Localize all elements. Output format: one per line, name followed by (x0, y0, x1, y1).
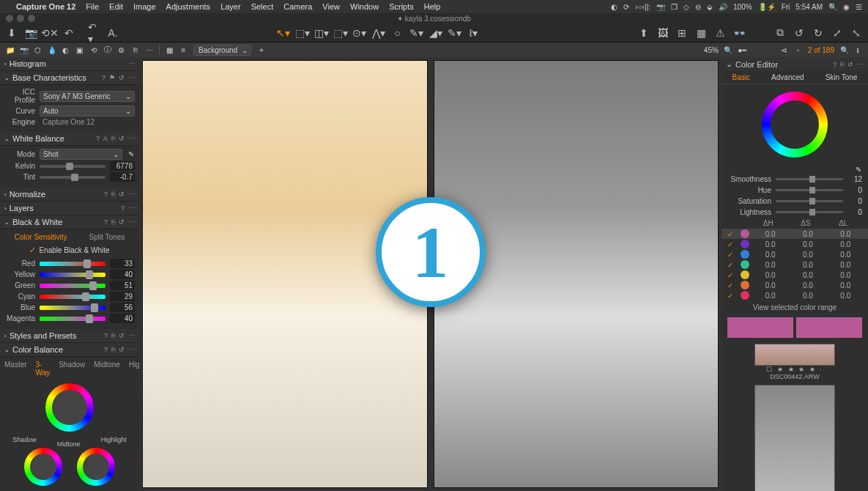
capture-icon[interactable]: 📷 (25, 27, 37, 39)
color-range-row[interactable]: ✓ 0.00.00.0 (722, 239, 868, 249)
cb-tab-master[interactable]: Master (4, 361, 27, 377)
menu-window[interactable]: Window (350, 2, 379, 11)
bw-red-slider[interactable] (40, 262, 105, 266)
cb-wheel-shadow[interactable] (24, 448, 62, 486)
bw-split-tones-tab[interactable]: Split Tones (89, 233, 125, 241)
ce-tab-skin[interactable]: Skin Tone (826, 73, 858, 81)
white-balance-header[interactable]: ⌄White Balance ?A⎘↺⋯ (0, 132, 139, 146)
crop-tool-icon[interactable]: ⬚▾ (335, 27, 346, 39)
base-char-header[interactable]: ⌄Base Characteristics ?⚑↺⋯ (0, 71, 139, 85)
color-editor-header[interactable]: ⌄Color Editor ?⎘↺⋯ (722, 57, 868, 71)
color-editor-wheel[interactable] (762, 92, 828, 158)
spotlight-icon[interactable]: 🔍 (828, 3, 837, 11)
view-mode-icon[interactable]: ▦ (166, 46, 174, 54)
ce-saturation-slider[interactable] (776, 200, 843, 202)
ce-smoothness-slider[interactable] (776, 178, 843, 180)
capture-tab-icon[interactable]: 📷 (20, 46, 28, 54)
bw-cyan-slider[interactable] (40, 295, 105, 299)
layers-header[interactable]: ›Layers ?⋯ (0, 202, 139, 215)
auto-adjust-icon[interactable]: A. (107, 27, 119, 39)
thumbnail-browser[interactable]: ☐ ★ ★ ★ ★ · DSC00442.ARW ☐ ★ ★ ★ ★ · DSC… (722, 341, 868, 491)
color-range-row[interactable]: ✓ 0.00.00.0 (722, 249, 868, 259)
bw-header[interactable]: ⌄Black & White ?⎘↺⋯ (0, 215, 139, 229)
redo-icon[interactable]: ↶ ▾ (88, 27, 100, 39)
tint-value[interactable]: -0.7 (110, 172, 135, 182)
curve-select[interactable]: Auto ⌄ (40, 106, 135, 117)
hand-tool-icon[interactable]: ⬚▾ (297, 27, 308, 39)
kelvin-value[interactable]: 6778 (110, 161, 135, 171)
details-tab-icon[interactable]: ▣ (75, 46, 84, 54)
notification-icon[interactable]: ☰ (856, 3, 862, 11)
ce-hue-slider[interactable] (776, 189, 843, 191)
battery-icon[interactable]: 🔋⚡ (758, 3, 776, 11)
keystone-tool-icon[interactable]: ⋀▾ (373, 27, 385, 39)
view-range-button[interactable]: View selected color range (722, 300, 868, 314)
menu-layer[interactable]: Layer (220, 2, 241, 11)
ce-tab-basic[interactable]: Basic (732, 73, 750, 81)
bw-yellow-slider[interactable] (40, 273, 105, 277)
color-tab-icon[interactable]: 💧 (48, 46, 56, 54)
bw-green-slider[interactable] (40, 284, 105, 288)
normalize-header[interactable]: ›Normalize ?⎘↺⋯ (0, 188, 139, 202)
output-tab-icon[interactable]: ⚙ (117, 46, 125, 54)
grid-view-icon[interactable]: ⊞ (676, 27, 688, 39)
menu-edit[interactable]: Edit (109, 2, 123, 11)
menu-adjustments[interactable]: Adjustments (166, 2, 211, 11)
wb-mode-select[interactable]: Shot ⌄ (40, 149, 122, 160)
color-row-checkbox[interactable]: ✓ (727, 251, 736, 259)
color-balance-header[interactable]: ⌄Color Balance ?⎘↺⋯ (0, 343, 139, 357)
wifi-icon[interactable]: ⬙ (707, 3, 713, 11)
eraser-tool-icon[interactable]: ✎▾ (449, 27, 461, 39)
brush-tool-icon[interactable]: ✎▾ (411, 27, 423, 39)
color-row-checkbox[interactable]: ✓ (727, 281, 736, 289)
cb-tab-shadow[interactable]: Shadow (59, 361, 85, 377)
status-icon[interactable]: 📷 (656, 3, 665, 11)
expand-icon[interactable]: ⤡ (850, 27, 862, 39)
sync-icon[interactable]: ⊖ (695, 3, 701, 11)
menu-help[interactable]: Help (424, 2, 441, 11)
thumb-item[interactable]: ☐ ★ ★ ★ ★ · DSC00443.ARW (754, 385, 835, 491)
rotate-tool-icon[interactable]: ⊙▾ (354, 27, 366, 39)
browser-icon[interactable]: ▫ (794, 46, 802, 54)
traffic-lights[interactable] (6, 15, 35, 22)
spot-tool-icon[interactable]: ○ (392, 27, 404, 39)
bw-green-value[interactable]: 51 (110, 281, 135, 290)
rotate-left-icon[interactable]: ↺ (793, 27, 805, 39)
icc-profile-select[interactable]: Sony A7 M3 Generic ⌄ (40, 91, 135, 102)
clipboard-icon[interactable]: ⧉ (774, 27, 786, 39)
color-range-row[interactable]: ✓ 0.00.00.0 (722, 270, 868, 280)
color-row-checkbox[interactable]: ✓ (727, 230, 736, 238)
cb-wheel-highlight[interactable] (77, 448, 115, 486)
color-range-row[interactable]: ✓ 0.00.00.0 (722, 229, 868, 239)
cursor-tool-icon[interactable]: ↖▾ (278, 27, 289, 39)
batch-tab-icon[interactable]: ⎘ (131, 46, 139, 54)
bw-yellow-value[interactable]: 40 (110, 270, 135, 279)
cb-tab-3way[interactable]: 3-Way (36, 361, 51, 377)
menu-view[interactable]: View (322, 2, 340, 11)
clock-day[interactable]: Fri (782, 3, 790, 11)
eyedropper-icon[interactable]: ✎ (127, 150, 135, 158)
ce-tab-advanced[interactable]: Advanced (771, 73, 804, 81)
thumb-item[interactable]: ☐ ★ ★ ★ ★ · DSC00442.ARW (754, 344, 835, 380)
cb-tab-midtone[interactable]: Midtone (94, 361, 120, 377)
more-icon[interactable]: ⋯ (128, 60, 135, 67)
zoom-icon[interactable]: 🔍 (724, 46, 732, 54)
kelvin-slider[interactable] (40, 165, 105, 168)
menu-image[interactable]: Image (133, 2, 156, 11)
focus-mask-icon[interactable]: 👓 (733, 27, 745, 39)
undo-icon[interactable]: ↶ (63, 27, 75, 39)
eyedropper-icon[interactable]: ✎ (854, 166, 862, 174)
bw-color-sens-tab[interactable]: Color Sensitivity (15, 233, 67, 241)
menu-select[interactable]: Select (251, 2, 274, 11)
filter-icon[interactable]: ⫾ (854, 46, 862, 54)
mask-icon[interactable]: ▦ (695, 27, 707, 39)
bw-magenta-slider[interactable] (40, 317, 105, 321)
enable-bw-checkbox[interactable]: ✓ (29, 246, 36, 255)
rotate-right-icon[interactable]: ↻ (812, 27, 824, 39)
gradient-tool-icon[interactable]: ◢▾ (430, 27, 442, 39)
color-row-checkbox[interactable]: ✓ (727, 271, 736, 279)
warning-icon[interactable]: ⚠ (714, 27, 726, 39)
print-icon[interactable]: 🖼 (657, 27, 669, 39)
color-row-checkbox[interactable]: ✓ (727, 240, 736, 248)
bw-blue-value[interactable]: 56 (110, 303, 135, 312)
